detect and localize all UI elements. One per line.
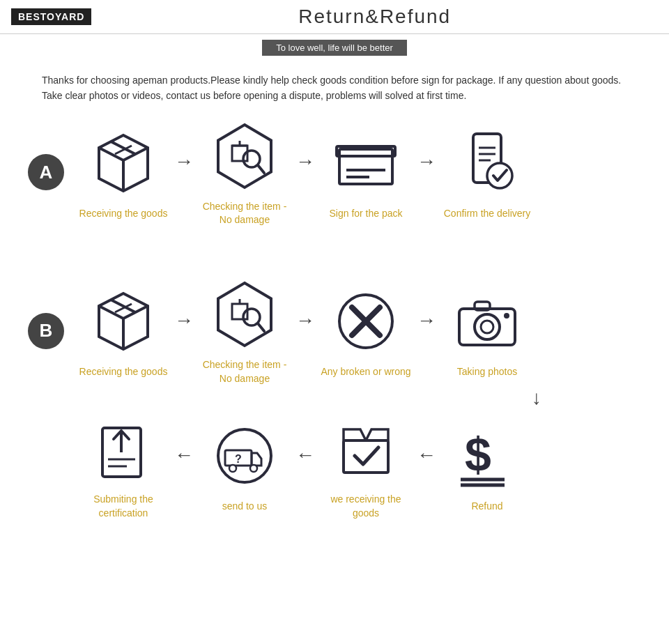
b-certification-icon (85, 411, 162, 487)
svg-point-36 (475, 314, 500, 339)
b-send-icon: ? (206, 417, 283, 494)
arrow-b5: ← (174, 444, 194, 466)
svg-text:$: $ (465, 428, 491, 481)
step-b3: Any broken or wrong (321, 283, 411, 379)
logo: BESTOYARD (11, 8, 91, 25)
section-b-bottom-row: Submiting the certification ← (78, 411, 641, 520)
section-a-steps: Receiving the goods → (78, 118, 641, 227)
step-b4-label: Taking photos (457, 365, 517, 379)
step-b6: ? send to us (199, 417, 290, 514)
badge-a: A (28, 154, 64, 190)
svg-point-46 (229, 465, 236, 472)
b-receiving-goods-icon (85, 283, 162, 360)
sign-pack-icon (328, 125, 404, 201)
arrow-b7: ← (417, 444, 436, 466)
section-b-steps-bottom: Submiting the certification ← (78, 411, 641, 520)
step-b5: Submiting the certification (78, 411, 169, 520)
svg-rect-49 (344, 440, 388, 473)
step-b8: $ Refund (442, 417, 532, 514)
checking-item-icon (206, 118, 283, 194)
b-refund-icon: $ (449, 417, 525, 494)
page-header: BESTOYARD Return&Refund (0, 0, 669, 34)
arrow-down: ↓ (432, 388, 641, 408)
badge-b: B (28, 313, 64, 349)
step-a1: Receiving the goods (78, 125, 169, 221)
step-a2-label: Checking the item -No damage (199, 200, 290, 227)
svg-point-37 (481, 321, 493, 333)
step-a1-label: Receiving the goods (79, 207, 168, 221)
arrow-a3: → (417, 151, 436, 173)
section-a: A Receiving the goods (28, 118, 641, 227)
svg-point-47 (250, 465, 257, 472)
step-b3-label: Any broken or wrong (321, 365, 410, 379)
step-b7-label: we receiving the goods (321, 493, 411, 520)
b-camera-icon (449, 283, 525, 360)
step-b1: Receiving the goods (78, 283, 169, 379)
svg-line-31 (258, 323, 264, 331)
arrow-a2: → (295, 151, 315, 173)
step-b4: Taking photos (442, 283, 532, 379)
svg-line-4 (111, 141, 135, 154)
step-b5-label: Submiting the certification (78, 493, 169, 520)
b-broken-icon (328, 283, 404, 360)
step-b8-label: Refund (471, 500, 502, 514)
step-a2: Checking the item -No damage (199, 118, 290, 227)
subtitle-text: To love well, life will be better (262, 40, 407, 56)
page-title: Return&Refund (91, 6, 658, 28)
svg-point-39 (504, 313, 509, 319)
step-b2-label: Checking the item -No damage (199, 358, 290, 385)
step-a4-label: Confirm the delivery (444, 207, 531, 221)
section-a-flow-row: A Receiving the goods (28, 118, 641, 227)
b-receiving-icon (328, 411, 404, 487)
receiving-goods-icon (85, 125, 162, 201)
step-b6-label: send to us (222, 500, 268, 514)
arrow-b2: → (295, 309, 315, 332)
step-a3-label: Sign for the pack (329, 207, 402, 221)
section-b-flow-row: B Receiving the goods → (28, 276, 641, 385)
svg-line-25 (111, 300, 135, 312)
section-b: B Receiving the goods → (28, 276, 641, 520)
svg-line-22 (99, 306, 123, 319)
svg-point-20 (487, 163, 512, 188)
subtitle-bar: To love well, life will be better (0, 40, 669, 56)
step-b7: we receiving the goods (321, 411, 411, 520)
svg-text:?: ? (235, 453, 242, 465)
section-b-steps-top: Receiving the goods → Checking the item … (78, 276, 641, 385)
svg-rect-12 (339, 149, 392, 184)
arrow-b1: → (174, 309, 194, 332)
confirm-delivery-icon (449, 125, 525, 201)
step-b1-label: Receiving the goods (79, 365, 168, 379)
intro-text: Thanks for choosing apeman products.Plea… (42, 72, 627, 104)
arrow-b3: → (417, 309, 436, 332)
step-a4: Confirm the delivery (442, 125, 532, 221)
arrow-a1: → (174, 151, 194, 173)
step-a3: Sign for the pack (321, 125, 411, 221)
arrow-b6: ← (295, 444, 315, 466)
svg-line-1 (99, 148, 123, 160)
svg-line-11 (258, 165, 264, 173)
b-checking-item-icon (206, 276, 283, 353)
step-b2: Checking the item -No damage (199, 276, 290, 385)
